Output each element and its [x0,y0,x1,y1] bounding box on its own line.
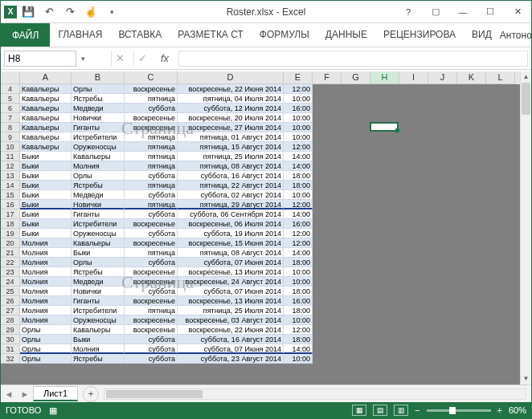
sheet-nav-prev[interactable]: ◄ [1,389,17,399]
cell[interactable]: суббота, 07 Июня 2014 [178,258,284,267]
cell[interactable]: воскресенье [125,113,178,123]
row-header[interactable]: 23 [1,267,20,277]
cell[interactable]: Новички [72,200,125,210]
cell[interactable]: Молния [20,287,72,296]
row-header[interactable]: 13 [1,171,20,181]
cell[interactable]: пятница [125,248,178,258]
table-row[interactable]: БыкиОрлысубботасуббота, 16 Август 201418… [20,171,313,181]
cell[interactable]: пятница [125,200,178,210]
table-row[interactable]: МолнияГигантывоскресеньевоскресенье, 13 … [20,296,313,306]
cell[interactable]: Кавальеры [20,94,72,104]
cell[interactable]: 14:00 [284,152,313,161]
tab-рецензирова[interactable]: РЕЦЕНЗИРОВА [375,23,464,47]
cell[interactable]: Орлы [20,335,72,344]
cell[interactable]: пятница, 25 Июля 2014 [178,306,284,315]
cell[interactable]: пятница, 08 Август 2014 [178,161,284,171]
row-header[interactable]: 19 [1,229,20,238]
tab-формулы[interactable]: ФОРМУЛЫ [252,23,317,47]
row-header[interactable]: 5 [1,94,20,104]
scroll-thumb[interactable] [106,390,203,398]
table-row[interactable]: КавальерыОрлывоскресеньевоскресенье, 22 … [20,84,313,94]
cell[interactable]: суббота, 23 Август 2014 [178,354,284,364]
cell[interactable]: 10:00 [284,267,313,277]
cell[interactable]: Молния [72,161,125,171]
tab-данные[interactable]: ДАННЫЕ [317,23,375,47]
row-header[interactable]: 20 [1,238,20,248]
row-header[interactable]: 16 [1,200,20,210]
zoom-level-label[interactable]: 60% [509,405,526,415]
col-header-J[interactable]: J [428,71,457,84]
cell[interactable]: 18:00 [284,181,313,190]
zoom-out-button[interactable]: − [415,405,419,415]
cell[interactable]: воскресенье [125,267,178,277]
cell[interactable]: Оруженосцы [72,142,125,152]
table-row[interactable]: МолнияМедведивоскресеньевоскресенье, 24 … [20,277,313,287]
col-header-I[interactable]: I [399,71,428,84]
cell[interactable]: 14:00 [284,161,313,171]
cell[interactable]: 16:00 [284,219,313,229]
row-header[interactable]: 24 [1,277,20,287]
cell[interactable]: воскресенье, 20 Июля 2014 [178,113,284,123]
save-button[interactable]: 💾 [18,2,38,22]
cell[interactable]: Орлы [20,344,72,354]
cell[interactable]: суббота [125,171,178,181]
cell[interactable]: Быки [20,229,72,238]
cell[interactable]: 12:00 [284,325,313,335]
row-header[interactable]: 31 [1,344,20,354]
row-header[interactable]: 22 [1,258,20,267]
cell[interactable]: Молния [20,238,72,248]
col-header-B[interactable]: B [72,71,125,84]
row-header[interactable]: 18 [1,219,20,229]
cell[interactable]: Молния [20,315,72,325]
cell[interactable]: Кавальеры [20,104,72,113]
fx-icon[interactable]: fx [156,52,174,64]
cell[interactable]: Кавальеры [72,152,125,161]
enter-formula-button[interactable]: ✓ [133,51,151,67]
table-row[interactable]: БыкиМолнияпятницапятница, 08 Август 2014… [20,161,313,171]
tab-вставка[interactable]: ВСТАВКА [110,23,170,47]
cell[interactable]: Оруженосцы [72,315,125,325]
cell[interactable]: Молния [20,258,72,267]
cell[interactable]: 10:00 [284,123,313,132]
cell[interactable]: воскресенье [125,325,178,335]
cell[interactable]: Быки [20,200,72,210]
cell[interactable]: Быки [20,219,72,229]
cell[interactable]: Медведи [72,190,125,200]
cell[interactable]: 10:00 [284,113,313,123]
cell[interactable]: Кавальеры [20,142,72,152]
touch-mode-button[interactable]: ☝ [81,2,100,22]
cell[interactable]: воскресенье, 13 Июля 2014 [178,296,284,306]
row-header[interactable]: 4 [1,84,20,94]
cell[interactable]: суббота, 19 Июля 2014 [178,229,284,238]
cell[interactable]: Ястребы [72,354,125,364]
cell[interactable]: пятница [125,152,178,161]
row-header[interactable]: 29 [1,325,20,335]
table-row[interactable]: ОрлыКавальерывоскресеньевоскресенье, 22 … [20,325,313,335]
qat-customize-button[interactable]: ▾ [102,2,121,22]
table-row[interactable]: БыкиГигантысубботасуббота, 06 Сентября 2… [20,210,313,219]
cell[interactable]: 18:00 [284,287,313,296]
cell[interactable]: Молния [20,267,72,277]
col-header-C[interactable]: C [125,71,178,84]
horizontal-scrollbar[interactable] [104,388,526,400]
cell[interactable]: Быки [72,335,125,344]
table-row[interactable]: БыкиОруженосцысубботасуббота, 19 Июля 20… [20,229,313,238]
table-row[interactable]: МолнияОрлысубботасуббота, 07 Июня 201418… [20,258,313,267]
table-row[interactable]: МолнияНовичкисубботасуббота, 07 Июня 201… [20,287,313,296]
cell[interactable]: 18:00 [284,306,313,315]
row-header[interactable]: 8 [1,123,20,132]
row-header[interactable]: 25 [1,287,20,296]
cell[interactable]: Медведи [72,104,125,113]
tab-вид[interactable]: ВИД [464,23,500,47]
cell[interactable]: Кавальеры [20,132,72,142]
cell[interactable]: Гиганты [72,123,125,132]
cell[interactable]: 12:00 [284,200,313,210]
name-box[interactable] [4,51,76,67]
cell[interactable]: 16:00 [284,296,313,306]
cell[interactable]: 14:00 [284,210,313,219]
worksheet-grid[interactable]: ABCDEFGHIJKL 456789101112131415161718192… [1,71,520,384]
table-row[interactable]: МолнияБыкипятницапятница, 08 Август 2014… [20,248,313,258]
cell[interactable]: Орлы [72,171,125,181]
close-button[interactable]: ✕ [504,2,531,22]
col-header-H[interactable]: H [370,71,399,84]
